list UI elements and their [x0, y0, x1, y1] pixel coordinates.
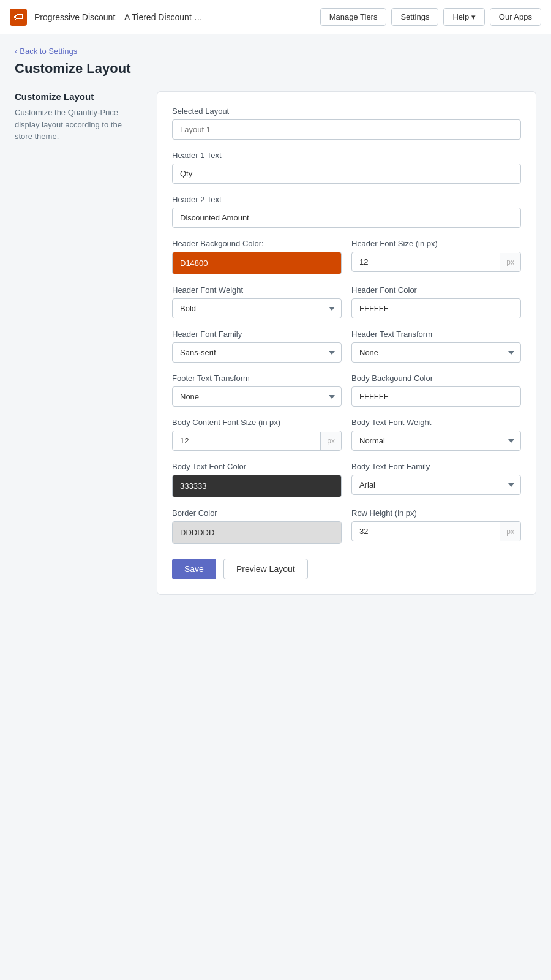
main-layout: Customize Layout Customize the Quantity-…	[15, 91, 536, 595]
row-height-suffix: px	[500, 522, 520, 541]
header-font-family-label: Header Font Family	[172, 330, 342, 339]
header-bg-color-wrapper	[172, 252, 342, 274]
body-font-family-select[interactable]: Arial Sans-serif Serif Monospace	[351, 475, 521, 495]
preview-layout-button[interactable]: Preview Layout	[223, 559, 308, 579]
body-font-weight-select[interactable]: Normal Bold Light	[351, 431, 521, 451]
body-font-family-label: Body Text Font Family	[351, 462, 521, 471]
row-height-group: Row Height (in px) px	[351, 508, 521, 544]
header-font-size-label: Header Font Size (in px)	[351, 239, 521, 248]
form-card: Selected Layout Header 1 Text Header 2 T…	[157, 91, 536, 595]
action-buttons: Save Preview Layout	[172, 559, 521, 579]
header2-group: Header 2 Text	[172, 195, 521, 228]
settings-button[interactable]: Settings	[391, 8, 438, 26]
border-rowheight-row: Border Color Row Height (in px) px	[172, 508, 521, 544]
border-color-input[interactable]	[173, 522, 341, 543]
body-bg-color-group: Body Backgound Color	[351, 374, 521, 407]
header-font-family-select[interactable]: Sans-serif Serif Monospace Arial	[172, 342, 342, 363]
page-container: ‹ Back to Settings Customize Layout Cust…	[0, 34, 551, 607]
footer-text-transform-select[interactable]: None Uppercase Lowercase Capitalize	[172, 386, 342, 407]
header2-label: Header 2 Text	[172, 195, 521, 204]
save-button[interactable]: Save	[172, 559, 216, 579]
border-color-group: Border Color	[172, 508, 342, 544]
body-fontsize-weight-row: Body Content Font Size (in px) px Body T…	[172, 418, 521, 451]
row-height-wrapper: px	[351, 521, 521, 541]
header-font-size-input[interactable]	[352, 252, 500, 271]
body-bg-color-label: Body Backgound Color	[351, 374, 521, 383]
body-font-size-wrapper: px	[172, 431, 342, 451]
body-text-color-label: Body Text Font Color	[172, 462, 342, 471]
body-font-size-label: Body Content Font Size (in px)	[172, 418, 342, 427]
header2-input[interactable]	[172, 208, 521, 228]
body-font-size-input[interactable]	[173, 431, 320, 450]
header-text-transform-group: Header Text Transform None Uppercase Low…	[351, 330, 521, 363]
footer-text-transform-group: Footer Text Transform None Uppercase Low…	[172, 374, 342, 407]
header-bg-color-input[interactable]	[173, 252, 341, 274]
selected-layout-group: Selected Layout	[172, 107, 521, 140]
selected-layout-input[interactable]	[172, 119, 521, 140]
border-color-wrapper	[172, 521, 342, 544]
row-height-label: Row Height (in px)	[351, 508, 521, 518]
row-height-input[interactable]	[352, 522, 500, 541]
app-icon: 🏷	[10, 9, 27, 26]
header-font-family-group: Header Font Family Sans-serif Serif Mono…	[172, 330, 342, 363]
header-bg-color-group: Header Backgound Color:	[172, 239, 342, 274]
sidebar-text: Customize the Quantity-Price display lay…	[15, 107, 137, 143]
footer-transform-body-color-row: Footer Text Transform None Uppercase Low…	[172, 374, 521, 407]
sidebar-heading: Customize Layout	[15, 91, 137, 102]
header-text-transform-label: Header Text Transform	[351, 330, 521, 339]
app-title: Progressive Discount – A Tiered Discount…	[34, 12, 206, 22]
nav-buttons: Manage Tiers Settings Help ▾ Our Apps	[320, 8, 541, 26]
header-weight-color-row: Header Font Weight Bold Normal Light Hea…	[172, 285, 521, 318]
body-font-size-group: Body Content Font Size (in px) px	[172, 418, 342, 451]
header1-input[interactable]	[172, 164, 521, 184]
body-font-size-suffix: px	[320, 432, 341, 450]
body-text-color-input[interactable]	[173, 475, 341, 497]
header-text-transform-select[interactable]: None Uppercase Lowercase Capitalize	[351, 342, 521, 363]
our-apps-button[interactable]: Our Apps	[490, 8, 541, 26]
body-text-color-group: Body Text Font Color	[172, 462, 342, 497]
footer-text-transform-label: Footer Text Transform	[172, 374, 342, 383]
manage-tiers-button[interactable]: Manage Tiers	[320, 8, 387, 26]
header-font-weight-label: Header Font Weight	[172, 285, 342, 295]
sidebar-description: Customize Layout Customize the Quantity-…	[15, 91, 137, 143]
body-font-family-group: Body Text Font Family Arial Sans-serif S…	[351, 462, 521, 497]
back-link[interactable]: ‹ Back to Settings	[15, 47, 536, 56]
header-color-size-row: Header Backgound Color: Header Font Size…	[172, 239, 521, 274]
body-text-color-wrapper	[172, 475, 342, 497]
header-font-color-group: Header Font Color	[351, 285, 521, 318]
selected-layout-label: Selected Layout	[172, 107, 521, 116]
body-color-family-row: Body Text Font Color Body Text Font Fami…	[172, 462, 521, 497]
header-font-color-input[interactable]	[351, 298, 521, 318]
header-font-color-label: Header Font Color	[351, 285, 521, 295]
header-font-size-suffix: px	[500, 253, 520, 271]
header-font-weight-select[interactable]: Bold Normal Light	[172, 298, 342, 318]
header1-label: Header 1 Text	[172, 151, 521, 160]
body-font-weight-label: Body Text Font Weight	[351, 418, 521, 427]
help-button[interactable]: Help ▾	[443, 8, 484, 26]
body-bg-color-input[interactable]	[351, 386, 521, 407]
top-nav: 🏷 Progressive Discount – A Tiered Discou…	[0, 0, 551, 34]
header-bg-color-label: Header Backgound Color:	[172, 239, 342, 248]
header-font-weight-group: Header Font Weight Bold Normal Light	[172, 285, 342, 318]
header1-group: Header 1 Text	[172, 151, 521, 184]
back-arrow-icon: ‹	[15, 47, 17, 56]
body-font-weight-group: Body Text Font Weight Normal Bold Light	[351, 418, 521, 451]
header-font-size-wrapper: px	[351, 252, 521, 272]
border-color-label: Border Color	[172, 508, 342, 518]
page-title: Customize Layout	[15, 61, 536, 77]
header-font-size-group: Header Font Size (in px) px	[351, 239, 521, 274]
header-family-transform-row: Header Font Family Sans-serif Serif Mono…	[172, 330, 521, 363]
